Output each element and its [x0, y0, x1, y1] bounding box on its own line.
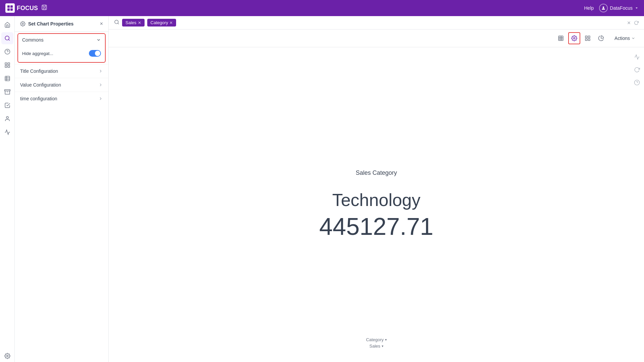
search-button[interactable] — [114, 19, 119, 26]
sidebar-item-table[interactable] — [1, 72, 13, 85]
app-logo[interactable]: FOCUS — [5, 3, 38, 13]
commons-section-header[interactable]: Commons — [18, 34, 105, 46]
value-config-label: Value Configuration — [20, 82, 61, 88]
save-icon[interactable] — [41, 4, 47, 12]
main-layout: Set Chart Properties × Commons Hide aggr… — [0, 16, 644, 362]
time-config-label: time configuration — [20, 96, 57, 101]
svg-point-8 — [5, 36, 9, 40]
title-config-chevron-icon — [98, 69, 103, 73]
footer-category-chevron: ▾ — [385, 338, 387, 342]
help-link[interactable]: Help — [584, 5, 594, 11]
sidebar-item-inbox[interactable] — [1, 86, 13, 98]
sidebar-item-user[interactable] — [1, 113, 13, 125]
right-utility-bar — [634, 54, 640, 87]
svg-point-22 — [6, 116, 8, 118]
svg-rect-16 — [5, 76, 10, 81]
title-config-label: Title Configuration — [20, 68, 58, 74]
logo-icon — [5, 3, 15, 13]
svg-rect-15 — [8, 66, 9, 67]
topnav-right: Help DataFocus — [584, 4, 639, 12]
user-menu[interactable]: DataFocus — [599, 4, 639, 12]
tag-sales-close[interactable]: ✕ — [138, 20, 141, 25]
commons-section-content: Hide aggregat... — [18, 46, 105, 62]
refresh-search-icon[interactable] — [634, 20, 639, 25]
svg-rect-38 — [588, 39, 590, 41]
svg-rect-29 — [558, 36, 563, 41]
svg-rect-1 — [10, 5, 13, 8]
clear-search-icon[interactable] — [627, 20, 631, 25]
icon-sidebar — [0, 16, 15, 362]
svg-rect-20 — [4, 90, 10, 91]
tag-sales[interactable]: Sales ✕ — [122, 19, 145, 27]
hide-aggregate-toggle[interactable] — [89, 50, 101, 57]
topnav: FOCUS Help DataFocus — [0, 0, 644, 16]
svg-point-7 — [603, 6, 604, 8]
footer-sales[interactable]: Sales ▾ — [369, 344, 383, 349]
table-view-button[interactable] — [555, 32, 567, 44]
value-config-row[interactable]: Value Configuration — [15, 78, 108, 92]
properties-panel: Set Chart Properties × Commons Hide aggr… — [15, 16, 109, 362]
svg-point-24 — [22, 23, 23, 24]
app-name: FOCUS — [17, 5, 38, 12]
chart-display: Sales Category Technology 445127.71 Cate… — [109, 47, 644, 362]
sidebar-item-analytics[interactable] — [1, 126, 13, 138]
sidebar-item-tasks[interactable] — [1, 99, 13, 111]
sidebar-item-help[interactable] — [1, 46, 13, 58]
panel-close-button[interactable]: × — [100, 21, 103, 27]
topnav-left: FOCUS — [5, 3, 47, 13]
svg-rect-6 — [43, 8, 45, 10]
svg-rect-12 — [5, 63, 7, 64]
tag-sales-label: Sales — [125, 20, 137, 25]
tag-category-close[interactable]: ✕ — [169, 20, 173, 25]
svg-rect-35 — [585, 36, 587, 38]
sidebar-item-settings[interactable] — [1, 350, 13, 362]
hide-aggregate-label: Hide aggregat... — [22, 51, 53, 56]
panel-header: Set Chart Properties × — [15, 16, 108, 32]
logo-svg — [7, 5, 13, 11]
title-config-row[interactable]: Title Configuration — [15, 64, 108, 78]
search-bar: Sales ✕ Category ✕ — [109, 16, 644, 30]
actions-label: Actions — [614, 36, 630, 41]
svg-rect-3 — [10, 8, 13, 11]
commons-chevron-icon — [96, 38, 101, 42]
tag-category-label: Category — [151, 20, 168, 25]
footer-category[interactable]: Category ▾ — [366, 337, 387, 342]
chart-type-button[interactable] — [595, 32, 607, 44]
svg-rect-36 — [588, 36, 590, 38]
value-config-chevron-icon — [98, 83, 103, 87]
search-actions — [627, 20, 639, 25]
gear-icon — [20, 21, 25, 27]
actions-dropdown[interactable]: Actions — [611, 34, 639, 43]
chart-category: Technology — [332, 190, 420, 210]
panel-header-left: Set Chart Properties — [20, 21, 73, 27]
svg-line-9 — [8, 39, 9, 40]
svg-rect-4 — [42, 5, 47, 10]
svg-rect-0 — [7, 5, 10, 8]
footer-category-label: Category — [366, 337, 384, 342]
tag-category[interactable]: Category ✕ — [147, 19, 176, 27]
time-config-row[interactable]: time configuration — [15, 92, 108, 105]
content-area: Sales ✕ Category ✕ — [109, 16, 644, 362]
svg-point-23 — [6, 355, 8, 357]
svg-point-34 — [574, 38, 575, 39]
user-name: DataFocus — [610, 5, 633, 11]
sidebar-item-search[interactable] — [1, 32, 13, 44]
chart-content: Sales Category Technology 445127.71 — [109, 47, 644, 362]
sidebar-item-dashboard[interactable] — [1, 59, 13, 71]
actions-chevron-icon — [631, 36, 635, 40]
question-icon[interactable] — [634, 80, 640, 87]
commons-section: Commons Hide aggregat... — [17, 33, 106, 63]
time-config-chevron-icon — [98, 96, 103, 101]
line-chart-icon[interactable] — [634, 54, 640, 61]
svg-rect-2 — [7, 8, 10, 11]
svg-point-25 — [115, 20, 118, 24]
refresh-icon[interactable] — [634, 67, 640, 74]
svg-point-39 — [635, 80, 640, 85]
svg-line-26 — [118, 23, 119, 24]
settings-button[interactable] — [568, 32, 580, 44]
sidebar-item-home[interactable] — [1, 19, 13, 31]
svg-rect-5 — [43, 5, 46, 7]
chart-title: Sales Category — [356, 169, 397, 176]
grid-view-button[interactable] — [582, 32, 594, 44]
chart-footer: Category ▾ Sales ▾ — [366, 337, 387, 349]
